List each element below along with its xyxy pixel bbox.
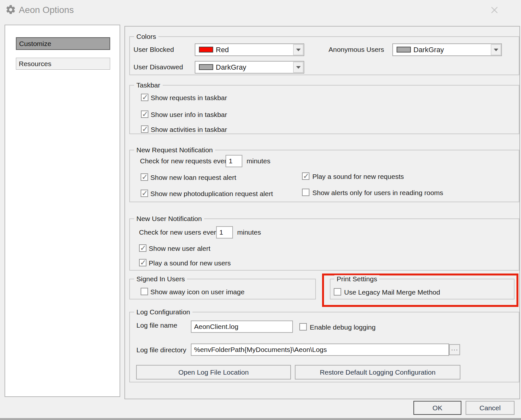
- user-blocked-label: User Blocked: [133, 46, 174, 53]
- show-new-loan-request-alert-label[interactable]: Show new loan request alert: [150, 174, 236, 181]
- darkgray-color-swatch: [397, 47, 411, 52]
- user-disavowed-label: User Disavowed: [133, 64, 183, 71]
- user-blocked-color-select[interactable]: Red: [195, 43, 304, 56]
- checkmark-icon: ✓: [142, 190, 147, 196]
- anonymous-users-label: Anonymous Users: [329, 46, 384, 53]
- show-away-icon-label[interactable]: Show away icon on user image: [150, 288, 245, 296]
- browse-directory-button[interactable]: ···: [449, 344, 460, 355]
- checkbox-alerts-only-reading-rooms[interactable]: ✓: [302, 189, 309, 196]
- checkmark-icon: ✓: [142, 94, 148, 100]
- log-file-directory-input[interactable]: [191, 344, 449, 356]
- chevron-down-icon: [296, 49, 301, 51]
- anonymous-users-dropdown-button[interactable]: [491, 44, 501, 55]
- sidebar-item-customize[interactable]: Customize: [16, 37, 110, 50]
- restore-default-logging-button[interactable]: Restore Default Logging Configuration: [295, 365, 460, 379]
- checkbox-use-legacy-mail-merge[interactable]: ✓: [334, 288, 341, 296]
- show-new-photoduplication-alert-label[interactable]: Show new photoduplication request alert: [150, 190, 273, 197]
- new-user-interval-input[interactable]: [216, 226, 233, 239]
- darkgray-color-swatch: [199, 64, 213, 70]
- check-new-users-label: Check for new users every: [139, 229, 220, 236]
- cancel-button[interactable]: Cancel: [466, 401, 515, 415]
- group-print-settings: Print Settings ✓ Use Legacy Mail Merge M…: [330, 279, 515, 299]
- user-blocked-color-value: Red: [216, 46, 229, 54]
- checkbox-play-sound-new-users[interactable]: ✓: [139, 259, 146, 266]
- group-new-user-title: New User Notification: [134, 215, 204, 223]
- checkbox-enable-debug-logging[interactable]: ✓: [299, 323, 307, 331]
- checkbox-show-activities-in-taskbar[interactable]: ✓: [141, 125, 148, 133]
- checkbox-show-requests-in-taskbar[interactable]: ✓: [141, 94, 148, 101]
- group-colors-title: Colors: [134, 33, 158, 41]
- group-new-request-notification: New Request Notification Check for new r…: [129, 150, 519, 202]
- group-signed-in-users: Signed In Users ✓ Show away icon on user…: [129, 279, 316, 299]
- user-disavowed-color-value: DarkGray: [216, 63, 246, 72]
- close-button[interactable]: [487, 3, 502, 17]
- checkbox-show-new-loan-request-alert[interactable]: ✓: [141, 173, 148, 181]
- checkmark-icon: ✓: [303, 173, 309, 179]
- group-colors: Colors User Blocked Red Anonymous Users …: [129, 36, 519, 75]
- sidebar-item-resources[interactable]: Resources: [16, 58, 110, 70]
- main-panel: Colors User Blocked Red Anonymous Users …: [124, 26, 520, 399]
- log-file-name-input[interactable]: [191, 321, 293, 333]
- user-disavowed-dropdown-button[interactable]: [293, 62, 303, 73]
- checkbox-show-user-info-in-taskbar[interactable]: ✓: [141, 111, 148, 118]
- ok-button[interactable]: OK: [413, 401, 461, 415]
- group-taskbar-title: Taskbar: [134, 81, 163, 89]
- close-icon: [490, 6, 499, 15]
- checkmark-icon: ✓: [142, 111, 148, 117]
- minutes-label: minutes: [247, 158, 271, 165]
- use-legacy-mail-merge-label[interactable]: Use Legacy Mail Merge Method: [344, 288, 440, 296]
- group-log-configuration: Log Configuration Log file name ✓ Enable…: [129, 312, 519, 382]
- sidebar: Customize Resources: [5, 25, 120, 397]
- minutes-label: minutes: [237, 229, 261, 236]
- anonymous-users-color-value: DarkGray: [413, 46, 444, 54]
- window-title: Aeon Options: [19, 5, 74, 15]
- open-log-file-location-button[interactable]: Open Log File Location: [136, 365, 291, 379]
- show-new-user-alert-label[interactable]: Show new user alert: [149, 245, 210, 252]
- chevron-down-icon: [296, 66, 301, 69]
- anonymous-users-color-select[interactable]: DarkGray: [392, 43, 502, 56]
- alerts-only-reading-rooms-label[interactable]: Show alerts only for users in reading ro…: [312, 189, 443, 196]
- red-color-swatch: [199, 47, 213, 52]
- group-new-request-title: New Request Notification: [134, 146, 215, 154]
- checkbox-play-sound-new-requests[interactable]: ✓: [302, 172, 309, 180]
- checkbox-show-away-icon[interactable]: ✓: [141, 288, 148, 295]
- play-sound-new-requests-label[interactable]: Play a sound for new requests: [312, 173, 404, 180]
- log-file-name-label: Log file name: [136, 322, 177, 329]
- group-print-settings-title: Print Settings: [334, 275, 379, 283]
- group-new-user-notification: New User Notification Check for new user…: [129, 218, 519, 271]
- check-new-requests-label: Check for new requests every: [140, 158, 230, 165]
- log-file-directory-label: Log file directory: [136, 346, 186, 354]
- new-request-interval-input[interactable]: [226, 155, 242, 167]
- show-user-info-in-taskbar-label[interactable]: Show user info in taskbar: [151, 111, 227, 118]
- user-blocked-dropdown-button[interactable]: [293, 44, 303, 55]
- checkmark-icon: ✓: [142, 174, 147, 180]
- titlebar: Aeon Options: [0, 0, 521, 20]
- checkmark-icon: ✓: [140, 260, 146, 265]
- checkbox-show-new-photoduplication-alert[interactable]: ✓: [141, 190, 148, 197]
- group-signed-in-users-title: Signed In Users: [134, 275, 187, 283]
- show-activities-in-taskbar-label[interactable]: Show activities in taskbar: [151, 126, 227, 133]
- play-sound-new-users-label[interactable]: Play a sound for new users: [149, 259, 231, 267]
- checkmark-icon: ✓: [140, 245, 146, 251]
- chevron-down-icon: [494, 49, 498, 51]
- checkmark-icon: ✓: [142, 126, 148, 132]
- checkbox-show-new-user-alert[interactable]: ✓: [139, 244, 146, 252]
- gear-icon: [5, 4, 16, 15]
- show-requests-in-taskbar-label[interactable]: Show requests in taskbar: [151, 94, 227, 101]
- user-disavowed-color-select[interactable]: DarkGray: [195, 61, 304, 74]
- aeon-options-dialog: Aeon Options Customize Resources Colors …: [0, 0, 521, 420]
- group-taskbar: Taskbar ✓ Show requests in taskbar ✓ Sho…: [129, 85, 519, 134]
- group-log-configuration-title: Log Configuration: [134, 308, 192, 316]
- enable-debug-logging-label[interactable]: Enable debug logging: [310, 323, 376, 331]
- window-bottom-edge: [0, 418, 521, 420]
